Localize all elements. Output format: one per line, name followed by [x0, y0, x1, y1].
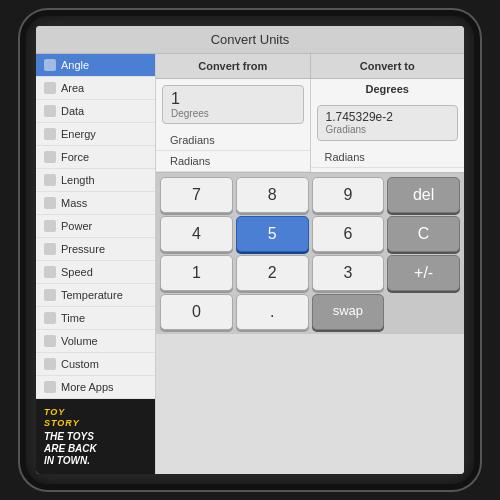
sidebar-label-volume: Volume	[61, 335, 98, 347]
key-8[interactable]: 8	[236, 177, 309, 213]
key-0[interactable]: 0	[160, 294, 233, 330]
key----[interactable]: +/-	[387, 255, 460, 291]
to-header: Convert to	[311, 54, 465, 78]
sidebar-icon-time	[44, 312, 56, 324]
main-content: AngleAreaDataEnergyForceLengthMassPowerP…	[36, 54, 464, 474]
output-unit: Gradians	[326, 124, 450, 135]
sidebar-item-mass[interactable]: Mass	[36, 192, 155, 215]
convert-header: Convert from Convert to	[156, 54, 464, 79]
key-C[interactable]: C	[387, 216, 460, 252]
sidebar-item-angle[interactable]: Angle	[36, 54, 155, 77]
sidebar-label-custom: Custom	[61, 358, 99, 370]
sidebar-item-volume[interactable]: Volume	[36, 330, 155, 353]
ipad-screen: Convert Units AngleAreaDataEnergyForceLe…	[36, 26, 464, 474]
key-6[interactable]: 6	[312, 216, 385, 252]
sidebar-item-temperature[interactable]: Temperature	[36, 284, 155, 307]
sidebar-label-energy: Energy	[61, 128, 96, 140]
converter-area: 1 Degrees Gradians Radians Degrees 1.745…	[156, 79, 464, 173]
sidebar-item-custom[interactable]: Custom	[36, 353, 155, 376]
sidebar-label-more-apps: More Apps	[61, 381, 114, 393]
sidebar-label-power: Power	[61, 220, 92, 232]
sidebar-icon-pressure	[44, 243, 56, 255]
sidebar-icon-energy	[44, 128, 56, 140]
key--[interactable]: .	[236, 294, 309, 330]
sidebar-item-pressure[interactable]: Pressure	[36, 238, 155, 261]
sidebar-icon-speed	[44, 266, 56, 278]
convert-to-col: Degrees 1.745329e-2 Gradians Radians	[311, 79, 465, 172]
app-title: Convert Units	[211, 32, 290, 47]
sidebar-icon-angle	[44, 59, 56, 71]
sidebar-item-time[interactable]: Time	[36, 307, 155, 330]
sidebar-item-more-apps[interactable]: More Apps	[36, 376, 155, 399]
input-value: 1	[171, 90, 295, 108]
right-panel: Convert from Convert to 1 Degrees Gradia…	[156, 54, 464, 474]
key-swap[interactable]: swap	[312, 294, 385, 330]
output-value: 1.745329e-2	[326, 110, 450, 124]
key-5[interactable]: 5	[236, 216, 309, 252]
sidebar-item-energy[interactable]: Energy	[36, 123, 155, 146]
sidebar-icon-mass	[44, 197, 56, 209]
sidebar: AngleAreaDataEnergyForceLengthMassPowerP…	[36, 54, 156, 474]
input-display[interactable]: 1 Degrees	[162, 85, 304, 124]
sidebar-label-data: Data	[61, 105, 84, 117]
sidebar-item-area[interactable]: Area	[36, 77, 155, 100]
title-bar: Convert Units	[36, 26, 464, 54]
key-2[interactable]: 2	[236, 255, 309, 291]
convert-from-col: 1 Degrees Gradians Radians	[156, 79, 311, 172]
sidebar-label-area: Area	[61, 82, 84, 94]
output-display[interactable]: 1.745329e-2 Gradians	[317, 105, 459, 141]
sidebar-icon-power	[44, 220, 56, 232]
sidebar-label-mass: Mass	[61, 197, 87, 209]
sidebar-icon-custom	[44, 358, 56, 370]
to-unit-radians[interactable]: Radians	[311, 147, 465, 168]
sidebar-item-data[interactable]: Data	[36, 100, 155, 123]
from-unit-radians[interactable]: Radians	[156, 151, 310, 172]
sidebar-label-speed: Speed	[61, 266, 93, 278]
key-9[interactable]: 9	[312, 177, 385, 213]
key-7[interactable]: 7	[160, 177, 233, 213]
sidebar-item-power[interactable]: Power	[36, 215, 155, 238]
key-1[interactable]: 1	[160, 255, 233, 291]
sidebar-label-length: Length	[61, 174, 95, 186]
sidebar-item-speed[interactable]: Speed	[36, 261, 155, 284]
sidebar-label-angle: Angle	[61, 59, 89, 71]
keypad: 789del456C123+/-0.swap	[156, 173, 464, 334]
ad-banner[interactable]: TOYSTORY THE TOYSARE BACKIN TOWN.	[36, 399, 155, 474]
sidebar-label-force: Force	[61, 151, 89, 163]
sidebar-label-pressure: Pressure	[61, 243, 105, 255]
sidebar-label-temperature: Temperature	[61, 289, 123, 301]
sidebar-item-length[interactable]: Length	[36, 169, 155, 192]
degrees-label: Degrees	[311, 79, 465, 99]
from-header: Convert from	[156, 54, 311, 78]
from-unit-gradians[interactable]: Gradians	[156, 130, 310, 151]
input-unit: Degrees	[171, 108, 295, 119]
sidebar-icon-length	[44, 174, 56, 186]
key-del[interactable]: del	[387, 177, 460, 213]
sidebar-icon-more-apps	[44, 381, 56, 393]
sidebar-icon-temperature	[44, 289, 56, 301]
ad-text: THE TOYSARE BACKIN TOWN.	[44, 431, 147, 467]
toy-story-logo: TOYSTORY	[44, 407, 147, 429]
sidebar-icon-force	[44, 151, 56, 163]
sidebar-icon-volume	[44, 335, 56, 347]
sidebar-label-time: Time	[61, 312, 85, 324]
sidebar-icon-area	[44, 82, 56, 94]
ipad-frame: Convert Units AngleAreaDataEnergyForceLe…	[20, 10, 480, 490]
key-4[interactable]: 4	[160, 216, 233, 252]
sidebar-icon-data	[44, 105, 56, 117]
sidebar-item-force[interactable]: Force	[36, 146, 155, 169]
key-3[interactable]: 3	[312, 255, 385, 291]
